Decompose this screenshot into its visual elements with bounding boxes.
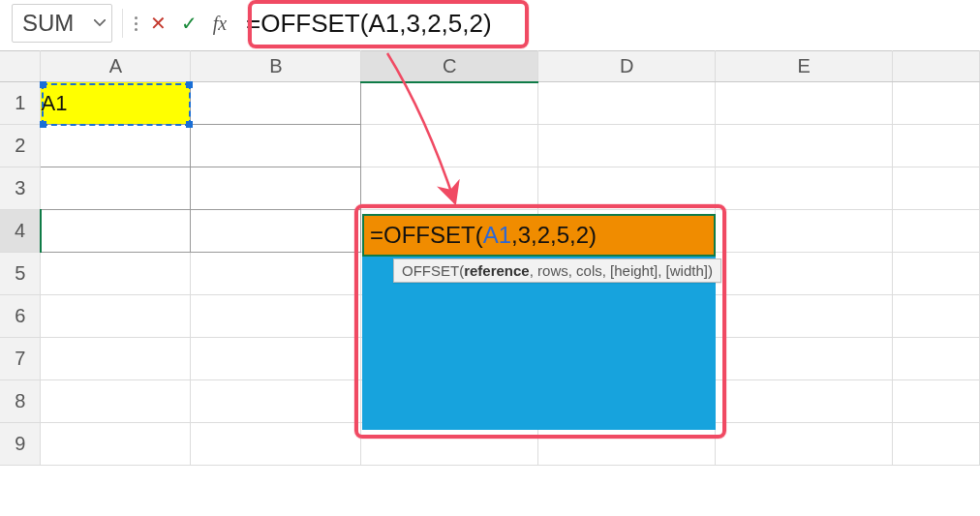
drag-handle-icon[interactable] [133,16,139,31]
cell-b2[interactable] [191,125,361,167]
chevron-down-icon [94,19,106,26]
cell-e9[interactable] [716,423,893,466]
col-header-c[interactable]: C [361,51,538,82]
cell-e8[interactable] [716,380,893,423]
cell-b6[interactable] [191,295,361,338]
col-header-d[interactable]: D [538,51,716,82]
cancel-icon: ✕ [150,12,167,35]
column-header-row: A B C D E [0,51,980,82]
row-header-8[interactable]: 8 [0,380,41,423]
cell-b5[interactable] [191,253,361,295]
row-header-7[interactable]: 7 [0,338,41,380]
cell-b7[interactable] [191,338,361,380]
cell-a7[interactable] [41,338,191,380]
cell-d3[interactable] [538,167,716,210]
row-header-4[interactable]: 4 [0,210,41,253]
cell-b8[interactable] [191,380,361,423]
formula-text-prefix: =OFFSET( [246,9,368,39]
cell-d2[interactable] [538,125,716,167]
tooltip-fn: OFFSET( [402,262,464,279]
cell-a4[interactable] [41,210,191,253]
row-header-1[interactable]: 1 [0,82,41,125]
col-header-a[interactable]: A [41,51,191,82]
cell-e1[interactable] [716,82,893,125]
active-edit-cell[interactable]: =OFFSET(A1,3,2,5,2) [362,214,716,257]
cell-b4[interactable] [191,210,361,253]
formula-bar: SUM ✕ ✓ fx =OFFSET(A1,3,2,5,2) [0,0,980,50]
cell-a8[interactable] [41,380,191,423]
row-header-6[interactable]: 6 [0,295,41,338]
edit-cell-ref: A1 [483,222,511,249]
cell-a3[interactable] [41,167,191,210]
tooltip-rest: , rows, cols, [height], [width]) [530,262,713,279]
cell-b1[interactable] [191,82,361,125]
cell-a9[interactable] [41,423,191,466]
check-icon: ✓ [181,12,198,35]
fx-icon: fx [213,13,227,35]
formula-text-suffix: ,3,2,5,2) [399,9,491,39]
cell-f7[interactable] [893,338,980,380]
name-box-value: SUM [22,10,74,37]
cell-a6[interactable] [41,295,191,338]
cell-f4[interactable] [893,210,980,253]
separator [122,9,123,38]
enter-button[interactable]: ✓ [176,8,201,39]
row-header-9[interactable]: 9 [0,423,41,466]
function-tooltip[interactable]: OFFSET(reference, rows, cols, [height], … [393,258,721,283]
formula-input[interactable]: =OFFSET(A1,3,2,5,2) [238,4,970,43]
cell-e3[interactable] [716,167,893,210]
cell-f2[interactable] [893,125,980,167]
col-header-b[interactable]: B [191,51,361,82]
cell-f9[interactable] [893,423,980,466]
cell-b3[interactable] [191,167,361,210]
cell-f1[interactable] [893,82,980,125]
cell-f8[interactable] [893,380,980,423]
row-header-2[interactable]: 2 [0,125,41,167]
cell-c3[interactable] [361,167,538,210]
edit-cell-suffix: ,3,2,5,2) [511,222,597,249]
spreadsheet[interactable]: A B C D E 1 A1 2 3 4 5 [0,50,980,466]
name-box[interactable]: SUM [12,4,112,43]
cell-a2[interactable] [41,125,191,167]
cell-e5[interactable] [716,253,893,295]
formula-text-ref: A1 [368,9,399,39]
row-header-3[interactable]: 3 [0,167,41,210]
tooltip-arg-reference: reference [464,262,530,279]
col-header-blank[interactable] [893,51,980,82]
cell-e6[interactable] [716,295,893,338]
cell-c2[interactable] [361,125,538,167]
cell-e7[interactable] [716,338,893,380]
row-header-5[interactable]: 5 [0,253,41,295]
cell-e4[interactable] [716,210,893,253]
cell-f3[interactable] [893,167,980,210]
col-header-e[interactable]: E [716,51,893,82]
cell-a1[interactable]: A1 [41,82,191,125]
cell-f5[interactable] [893,253,980,295]
cell-a5[interactable] [41,253,191,295]
cell-c1[interactable] [361,82,538,125]
cell-d1[interactable] [538,82,716,125]
cancel-button[interactable]: ✕ [145,8,170,39]
cell-e2[interactable] [716,125,893,167]
select-all-corner[interactable] [0,51,41,82]
edit-cell-prefix: =OFFSET( [370,222,483,249]
cell-b9[interactable] [191,423,361,466]
insert-function-button[interactable]: fx [207,8,232,39]
cell-f6[interactable] [893,295,980,338]
